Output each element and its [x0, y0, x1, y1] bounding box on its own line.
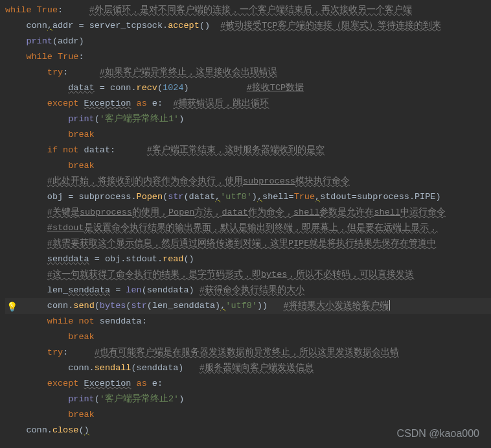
code-token: ( — [95, 114, 100, 124]
code-line[interactable]: break — [5, 329, 491, 345]
code-line[interactable]: conn,addr = server_tcpsock.accept() #被动接… — [5, 18, 491, 34]
code-line[interactable]: #stdout是设置命令执行结果的输出界面，默认是输出到终端，即屏幕上，但是要在… — [5, 220, 491, 236]
code-token: addr — [52, 21, 79, 30]
code-line[interactable]: #就需要获取这个显示信息，然后通过网络传递到对端，这里PIPE就是将执行结果先保… — [5, 236, 491, 252]
code-token: ( — [163, 192, 168, 202]
comment-text: #此处开始，将接收到的内容作为命令执行，使用 — [47, 176, 243, 186]
code-token: obj.stdout. — [100, 254, 163, 264]
keyword: if not — [47, 145, 84, 155]
code-line[interactable]: while not senddata: — [5, 314, 491, 329]
code-token: : — [78, 52, 84, 62]
comment-text: #外层循环，是对不同客户端的连接，一个客户端结束后，再次接收另一个客户端 — [89, 5, 412, 15]
code-token: ) — [183, 83, 246, 93]
code-token: ) — [179, 394, 184, 404]
comment-text: 参数是允许在 — [319, 207, 374, 217]
code-line[interactable]: if not datat: #客户端正常结束，这时服务器端收到的是空 — [5, 143, 491, 158]
code-token: subprocess.PIPE) — [357, 192, 441, 202]
comment-text: 中运行命令 — [400, 207, 446, 217]
code-token: subprocess. — [73, 192, 136, 202]
code-token: = — [100, 83, 105, 93]
code-editor[interactable]: while True: #外层循环，是对不同客户端的连接，一个客户端结束后，再次… — [0, 3, 491, 438]
function-name: read — [163, 254, 183, 264]
comment-text: #如果客户端异常终止，这里接收会出现错误 — [100, 67, 277, 77]
code-line[interactable]: datat = conn.recv(1024) #接收TCP数据 — [5, 80, 491, 96]
keyword: break — [68, 161, 95, 171]
comment-text: subprocess — [80, 207, 132, 217]
code-token: senddata — [47, 254, 89, 264]
code-line[interactable]: break — [5, 127, 491, 143]
keyword: while not — [47, 316, 100, 326]
code-line[interactable]: #这一句就获得了命令执行的结果，是字节码形式，即bytes，所以不必转码，可以直… — [5, 267, 491, 283]
function-name: close — [52, 425, 79, 435]
text-caret — [389, 300, 390, 311]
comment-text: 模块执行命令 — [295, 176, 350, 186]
code-token — [110, 285, 115, 295]
code-line[interactable]: print(addr) — [5, 34, 491, 49]
keyword: try — [47, 348, 63, 357]
function-name: accept — [168, 21, 200, 30]
code-token: Exception — [84, 379, 131, 388]
code-line[interactable]: print('客户端异常终止1') — [5, 112, 491, 127]
keyword: break — [68, 130, 95, 139]
string-literal: 'utf8' — [225, 301, 257, 311]
function-name: recv — [137, 83, 157, 93]
code-line[interactable]: senddata = obj.stdout.read() — [5, 252, 491, 267]
code-line[interactable]: try: #也有可能客户端是在服务器发送数据前异常终止，所以这里发送数据会出错 — [5, 345, 491, 360]
code-line[interactable]: except Exception as e: #捕获错误后，跳出循环 — [5, 96, 491, 112]
code-token: , — [315, 192, 320, 202]
code-line[interactable]: conn.sendall(senddata) #服务器端向客户端发送信息 — [5, 360, 491, 376]
keyword: True — [58, 52, 78, 62]
comment-text: bytes — [261, 270, 288, 279]
builtin-name: print — [68, 394, 95, 404]
builtin-name: print — [26, 36, 52, 46]
comment-text: #客户端正常结束，这时服务器端收到的是空 — [147, 145, 325, 155]
comment-text: #也有可能客户端是在服务器发送数据前异常终止，所以这里发送数据会出错 — [95, 348, 399, 357]
comment-text: #就需要获取这个显示信息，然后通过网络传递到对端，这里PIPE就是将执行结果先保… — [47, 239, 437, 248]
builtin-name: print — [68, 114, 95, 124]
code-line[interactable]: len_senddata = len(senddata) #获得命令执行结果的大… — [5, 283, 491, 298]
code-line[interactable]: try: #如果客户端异常终止，这里接收会出现错误 — [5, 65, 491, 80]
code-line[interactable]: while True: #外层循环，是对不同客户端的连接，一个客户端结束后，再次… — [5, 3, 491, 18]
code-line[interactable]: obj = subprocess.Popen(str(datat,'utf8')… — [5, 189, 491, 205]
comment-text: #将结果大小发送给客户端 — [283, 301, 388, 311]
keyword: break — [68, 332, 95, 342]
code-line[interactable]: print('客户端异常终止2') — [5, 392, 491, 407]
code-line[interactable]: #此处开始，将接收到的内容作为命令执行，使用subprocess模块执行命令 — [5, 174, 491, 189]
code-token: ) — [84, 425, 89, 435]
comment-text: 作为命令， — [248, 207, 293, 217]
code-token: Exception — [84, 99, 131, 108]
code-token: , — [257, 192, 262, 202]
keyword: except — [47, 99, 84, 108]
string-literal: 'utf8' — [220, 192, 252, 202]
comment-text: #接收TCP数据 — [247, 83, 304, 93]
code-token: () — [200, 21, 220, 30]
code-token: e: — [152, 99, 173, 108]
code-token — [68, 67, 100, 77]
comment-text: datat — [222, 207, 248, 217]
code-token: , — [215, 192, 220, 202]
code-line[interactable]: conn.send(bytes(str(len_senddata),'utf8'… — [5, 298, 491, 314]
code-token: conn. — [105, 83, 137, 93]
code-line[interactable]: #关键是subprocess的使用，Popen方法，datat作为命令，shel… — [5, 205, 491, 220]
keyword: break — [68, 410, 95, 419]
code-line[interactable]: while True: — [5, 49, 491, 65]
code-token: = — [78, 21, 84, 30]
string-literal: '客户端异常终止2' — [100, 394, 179, 404]
builtin-name: str — [131, 301, 146, 311]
code-line[interactable]: break — [5, 407, 491, 423]
code-token: ( — [95, 301, 100, 311]
code-token: )) — [257, 301, 284, 311]
comment-text: shell — [374, 207, 400, 217]
comment-text: #获得命令执行结果的大小 — [200, 285, 304, 295]
lightbulb-icon[interactable]: 💡 — [6, 300, 17, 315]
keyword: try — [47, 67, 63, 77]
code-line[interactable]: except Exception as e: — [5, 376, 491, 392]
watermark: CSDN @kaoa000 — [397, 426, 479, 442]
code-line[interactable]: break — [5, 158, 491, 174]
code-token: ( — [157, 83, 163, 93]
comment-text: shell — [293, 207, 320, 217]
code-token: server_tcpsock. — [84, 21, 168, 30]
code-token — [89, 254, 95, 264]
code-token: ) — [252, 192, 257, 202]
code-token: , — [47, 21, 52, 30]
